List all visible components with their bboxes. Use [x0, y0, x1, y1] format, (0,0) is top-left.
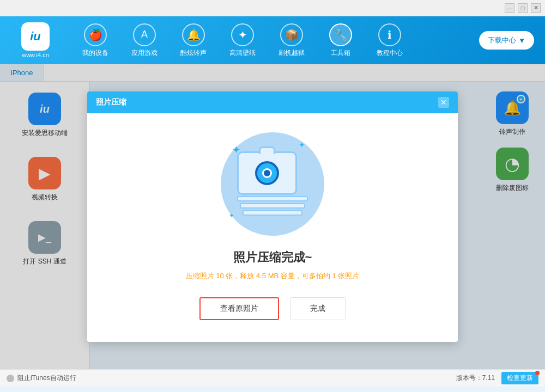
- nav-tutorials[interactable]: ℹ 教程中心: [365, 19, 414, 62]
- page-1: [237, 196, 308, 201]
- version-label: 版本号：7.11: [456, 373, 495, 383]
- sparkle-3-icon: ✦: [229, 212, 234, 219]
- pages-stack: [237, 196, 308, 217]
- apple-icon: 🍎: [84, 23, 107, 46]
- modal-title: 照片压缩: [96, 97, 126, 107]
- logo-area: iu www.i4.cn: [5, 22, 65, 58]
- nav-toolbox-label: 工具箱: [331, 48, 350, 58]
- nav-toolbox[interactable]: 🔧 工具箱: [316, 19, 365, 62]
- minimize-button[interactable]: —: [505, 3, 514, 13]
- done-button[interactable]: 完成: [290, 297, 346, 320]
- header: iu www.i4.cn 🍎 我的设备 A 应用游戏 🔔 酷炫铃声 ✦ 高清壁纸…: [0, 16, 545, 64]
- nav-jailbreak[interactable]: 📦 刷机越狱: [267, 19, 316, 62]
- nav-jailbreak-label: 刷机越狱: [278, 48, 305, 58]
- page-2: [240, 203, 305, 209]
- nav-wallpaper-label: 高清壁纸: [229, 48, 256, 58]
- nav-items: 🍎 我的设备 A 应用游戏 🔔 酷炫铃声 ✦ 高清壁纸 📦 刷机越狱 🔧 工具箱…: [71, 19, 479, 62]
- wallpaper-icon: ✦: [231, 23, 254, 46]
- modal-overlay: 照片压缩 ✕ ✦ ✦ ✦: [0, 64, 545, 369]
- page-3: [243, 210, 302, 216]
- nav-ringtones[interactable]: 🔔 酷炫铃声: [169, 19, 218, 62]
- modal: 照片压缩 ✕ ✦ ✦ ✦: [87, 91, 458, 342]
- modal-buttons: 查看原照片 完成: [199, 297, 346, 320]
- update-label: 检查更新: [507, 374, 533, 382]
- logo-text: www.i4.cn: [22, 52, 49, 58]
- apps-icon: A: [133, 23, 156, 46]
- close-button[interactable]: ✕: [531, 3, 541, 13]
- view-original-button[interactable]: 查看原照片: [199, 297, 279, 320]
- status-left: 阻止iTunes自动运行: [7, 373, 76, 383]
- download-label: 下载中心: [488, 35, 516, 45]
- camera-bump: [259, 146, 275, 154]
- modal-body: ✦ ✦ ✦: [87, 113, 458, 342]
- nav-apps-label: 应用游戏: [131, 48, 158, 58]
- status-bar: 阻止iTunes自动运行 版本号：7.11 检查更新: [0, 369, 545, 387]
- modal-main-text: 照片压缩完成~: [233, 249, 312, 266]
- logo-symbol: iu: [30, 29, 41, 44]
- modal-close-button[interactable]: ✕: [438, 97, 449, 108]
- nav-apps-games[interactable]: A 应用游戏: [120, 19, 169, 62]
- jailbreak-icon: 📦: [280, 23, 303, 46]
- modal-header: 照片压缩 ✕: [87, 91, 458, 113]
- toolbox-icon: 🔧: [329, 23, 352, 46]
- update-dot-icon: [535, 371, 540, 375]
- title-bar: — □ ✕: [0, 0, 545, 16]
- nav-ringtones-label: 酷炫铃声: [180, 48, 207, 58]
- download-button[interactable]: 下载中心 ▼: [479, 31, 534, 50]
- bell-icon: 🔔: [182, 23, 205, 46]
- modal-sub-text: 压缩照片 10 张，释放 4.5 MB 容量，可多拍约 1 张照片: [186, 271, 360, 281]
- logo-icon: iu: [21, 22, 50, 51]
- camera-lens-inner: [262, 168, 272, 178]
- itunes-text: 阻止iTunes自动运行: [17, 373, 76, 383]
- camera-circle: ✦ ✦ ✦: [221, 132, 324, 236]
- itunes-status-dot: [7, 375, 14, 382]
- maximize-button[interactable]: □: [518, 3, 528, 13]
- nav-tutorials-label: 教程中心: [377, 48, 403, 58]
- status-right: 版本号：7.11 检查更新: [456, 372, 538, 384]
- camera-body: [237, 151, 297, 195]
- update-button[interactable]: 检查更新: [501, 372, 538, 384]
- sparkle-2-icon: ✦: [299, 140, 305, 149]
- nav-my-device-label: 我的设备: [82, 48, 108, 58]
- camera-group: [237, 151, 308, 217]
- download-arrow-icon: ▼: [518, 36, 525, 45]
- content-area: iPhone iu 安装爱思移动端 ▶ 视频转换 ▶_ 打开 SSH 通道 🔔 …: [0, 64, 545, 369]
- tutorials-icon: ℹ: [378, 23, 401, 46]
- nav-wallpaper[interactable]: ✦ 高清壁纸: [218, 19, 267, 62]
- nav-my-device[interactable]: 🍎 我的设备: [71, 19, 120, 62]
- camera-lens: [255, 161, 279, 185]
- camera-illustration: ✦ ✦ ✦: [218, 130, 327, 238]
